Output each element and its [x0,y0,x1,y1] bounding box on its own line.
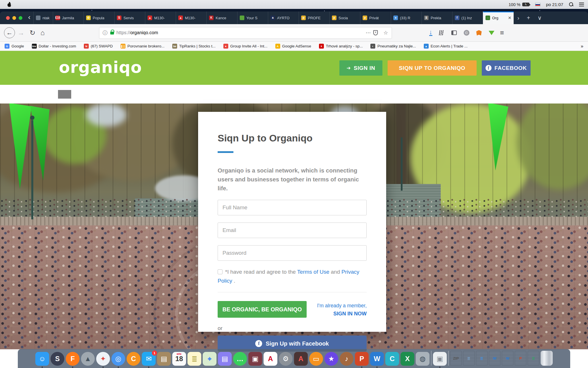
chrome[interactable]: ◎ [111,352,125,366]
photo-booth[interactable]: ▣ [248,352,262,366]
dock-separator[interactable] [431,351,432,366]
downloads-icon[interactable]: ↓ [429,30,432,36]
page-actions-icon[interactable]: ⋯ [365,30,371,36]
messages[interactable]: … [233,352,247,366]
browser-tab[interactable]: p Socia ✕ [329,12,360,24]
bookmark-item[interactable]: ▲ Econ Alerts | Trade ... [424,44,468,49]
browser-tab[interactable]: ✿ Popula ✕ [84,12,114,24]
close-window-button[interactable] [6,16,10,20]
browser-tab[interactable]: S Servis ✕ [114,12,145,24]
browser-tab[interactable]: ● (33) R ✕ [391,12,421,24]
browser-tab[interactable]: ▲ M130- ✕ [145,12,176,24]
maps[interactable]: ⌖ [203,352,216,366]
bookmark-item[interactable]: tw TipRanks | Stocks t... [172,44,216,49]
sign-in-button[interactable]: ➔ SIGN IN [339,60,382,76]
launchpad[interactable]: ▲ [81,352,95,366]
email-field[interactable] [218,223,367,238]
facebook-button[interactable]: f FACEBOOK [482,60,531,76]
acrobat-dc[interactable]: A [294,352,308,366]
imovie[interactable]: ★ [324,352,338,366]
forward-button[interactable]: → [18,29,24,37]
new-tab-button[interactable]: + [523,12,534,24]
home-button[interactable]: ⌂ [40,29,45,37]
battery-indicator[interactable]: 100 % ϟ [509,2,529,7]
video-download-helper-icon[interactable] [489,31,494,35]
minimized-pdf-window[interactable]: P [515,351,526,366]
spotlight-search-icon[interactable] [569,2,573,7]
url-bar[interactable]: ⓘ https://organiqo.com ⋯ ☆ [99,27,392,39]
garageband[interactable]: ♪ [340,352,353,366]
browser-tab[interactable]: E15 Jarmila ✕ [53,12,84,24]
browser-tab[interactable]: Your S ✕ [237,12,268,24]
apple-logo-icon[interactable] [7,2,12,7]
contacts[interactable]: ▤ [157,352,171,366]
books-stack[interactable]: ▤ [218,352,232,366]
app-menu-icon[interactable]: ≡ [500,29,504,37]
bookmark-item[interactable]: ❚❙ Porovnanie brokero... [121,44,165,49]
reload-button[interactable]: ↻ [30,29,35,37]
url-text[interactable]: https://organiqo.com [117,30,158,35]
minimized-word-window[interactable]: W [502,351,513,366]
browser-tab[interactable]: K Kance ✕ [206,12,237,24]
sign-in-now-link[interactable]: SIGN IN NOW [317,311,367,317]
copyright-extension-icon[interactable]: © [464,30,469,36]
browser-tab[interactable]: ntak ✕ [33,12,53,24]
library-icon[interactable] [439,30,445,35]
tab-close-icon[interactable]: ✕ [508,16,511,20]
bookmark-item[interactable]: X Trhové analýzy - sp... [319,44,363,49]
word[interactable]: W [370,352,384,366]
back-button[interactable]: ← [4,27,15,38]
tab-overflow-icon[interactable]: › [514,12,523,24]
tab-list-dropdown-icon[interactable]: ∨ [534,12,546,24]
password-field[interactable] [218,245,367,261]
bookmark-star-icon[interactable]: ☆ [383,30,388,36]
browser-tab[interactable]: a AYRTO ✕ [268,12,299,24]
browser-tab[interactable]: p Privát ✕ [360,12,391,24]
minimized-document[interactable]: ≣ [463,351,475,366]
minimize-window-button[interactable] [12,16,16,20]
preview[interactable]: ▣ [433,352,447,366]
finder[interactable]: ☺ [35,352,49,366]
remote-desktop[interactable]: ◍ [416,352,430,366]
input-language-flag-icon[interactable] [535,3,540,6]
mail[interactable]: ✉ 1 [142,352,156,366]
siri[interactable]: S [51,352,64,366]
metamask-fox-icon[interactable] [476,30,482,36]
excel[interactable]: X [401,352,414,366]
system-preferences[interactable]: ⚙ [279,352,293,366]
trash[interactable] [541,351,553,366]
safari[interactable]: ✦ [96,352,110,366]
browser-tab[interactable]: ◌ Org ✕ [483,12,514,24]
bookmarks-overflow-icon[interactable]: » [581,43,583,49]
site-nav-item[interactable] [58,90,71,99]
browser-tab[interactable]: ▲ M130- ✕ [176,12,206,24]
tab-scroll-left-icon[interactable]: ‹ [27,12,33,24]
sign-up-button[interactable]: SIQN UP TO ORGANIQO [388,60,477,76]
firefox[interactable]: F [66,352,80,366]
ibooks[interactable]: ▭ [309,352,323,366]
cryptocompare[interactable]: C [127,352,140,366]
notification-center-icon[interactable] [579,3,584,6]
bookmark-item[interactable]: A Google AdSense [275,44,311,49]
bookmark-item[interactable]: G Google [5,44,24,49]
page-info-icon[interactable]: ⓘ [103,30,108,36]
bookmark-item[interactable]: ◐ Pneumatiky za Najle... [370,44,416,49]
browser-tab[interactable]: f (1) Inz ✕ [452,12,483,24]
minimized-sheet-window[interactable]: ≣ [528,351,539,366]
pocket-icon[interactable] [373,30,378,35]
browser-tab[interactable]: p PROFE ✕ [299,12,329,24]
sidebar-toggle-icon[interactable] [451,30,457,35]
site-logo[interactable]: organiqo [59,58,142,76]
terms-of-use-link[interactable]: Terms of Use [297,269,329,275]
powerpoint[interactable]: P [355,352,369,366]
teal-c-app[interactable]: C [385,352,399,366]
minimized-word-window[interactable]: W [489,351,500,366]
menu-bar-clock[interactable]: po 21:07 [546,2,563,7]
minimized-document[interactable]: ≣ [476,351,488,366]
browser-tab[interactable]: 文 Prekla ✕ [421,12,452,24]
bookmark-item[interactable]: N (67) SWAPD [84,44,113,49]
zoom-window-button[interactable] [19,16,22,20]
full-name-field[interactable] [218,200,367,215]
dock-separator[interactable] [448,351,449,366]
be-organic-signup-button[interactable]: BE ORGANIC, BE ORGANIQO [218,301,307,318]
